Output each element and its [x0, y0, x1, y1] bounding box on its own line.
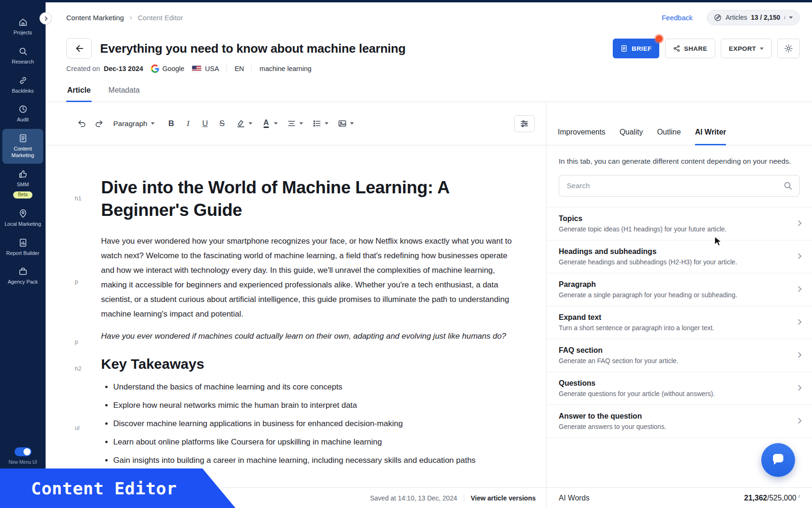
align-control[interactable] [284, 116, 303, 131]
sidebar-item-audit[interactable]: Audit [2, 100, 43, 128]
editor-toolbar: Paragraph B I U S A [46, 102, 546, 145]
article-paragraph-italic[interactable]: Have you ever wondered if machines could… [101, 329, 518, 343]
feedback-link[interactable]: Feedback [662, 14, 693, 22]
chat-widget-button[interactable] [761, 443, 795, 477]
articles-value: 13 / 2,150 [751, 14, 780, 21]
undo-button[interactable] [75, 116, 89, 131]
article-paragraph[interactable]: Have you ever wondered how your smartpho… [101, 234, 518, 321]
articles-icon [714, 14, 722, 22]
highlight-color-control[interactable] [234, 116, 252, 131]
tool-title: Answer to the question [559, 412, 786, 421]
article-bullet-list[interactable]: Understand the basics of machine learnin… [101, 382, 518, 466]
sidebar-item-label: Content Marketing [4, 146, 41, 159]
bold-button[interactable]: B [164, 116, 178, 131]
gear-icon [784, 44, 793, 53]
text-color-control[interactable]: A [259, 116, 278, 131]
sidebar-collapse-button[interactable] [39, 12, 52, 24]
search-input[interactable] [559, 175, 800, 197]
panel-tabs: Improvements Quality Outline AI Writer [547, 102, 812, 145]
ai-words-total: /525,000 [767, 494, 796, 502]
sidebar-item-backlinks[interactable]: Backlinks [2, 71, 43, 99]
underline-button[interactable]: U [198, 116, 212, 131]
chevron-down-icon [325, 122, 328, 125]
tool-answer-to-question[interactable]: Answer to the question Generate answers … [547, 405, 812, 438]
tab-ai-writer[interactable]: AI Writer [695, 128, 726, 145]
content-marketing-icon [18, 134, 28, 143]
tool-description: Generate questions for your article (wit… [559, 390, 786, 397]
brief-button[interactable]: BRIEF [613, 39, 659, 58]
share-button[interactable]: SHARE [665, 39, 715, 58]
article-meta: Created on Dec-13 2024 Google USA EN mac… [46, 59, 812, 73]
list-item[interactable]: Understand the basics of machine learnin… [113, 382, 518, 392]
articles-counter[interactable]: Articles 13 / 2,150 i [707, 10, 800, 25]
breadcrumb-separator: › [130, 13, 133, 22]
info-superscript: i [784, 15, 785, 20]
list-item[interactable]: Gain insights into building a career in … [113, 455, 518, 466]
redo-icon [94, 119, 103, 128]
tool-title: Headings and subheadings [559, 247, 786, 256]
content-editor-banner: Content Editor [0, 468, 235, 508]
tab-quality[interactable]: Quality [619, 128, 643, 145]
redo-button[interactable] [92, 116, 106, 131]
sidebar-item-report-builder[interactable]: Report Builder [2, 233, 43, 262]
new-menu-ui-label: New Menu UI [8, 460, 37, 465]
tab-improvements[interactable]: Improvements [558, 128, 605, 145]
italic-button[interactable]: I [181, 116, 195, 131]
chevron-right-icon [796, 253, 802, 259]
tool-expand-text[interactable]: Expand text Turn a short sentence or par… [547, 306, 812, 339]
editor-block-p: p Have you ever wondered how your smartp… [75, 234, 518, 329]
block-style-dropdown[interactable]: Paragraph [113, 119, 155, 128]
engine-label: Google [163, 65, 185, 72]
sidebar-item-content-marketing[interactable]: Content Marketing [2, 129, 43, 164]
sidebar-item-research[interactable]: Research [2, 42, 43, 70]
saved-status: Saved at 14:10, 13 Dec, 2024 [370, 494, 457, 502]
editor-content[interactable]: h1 Dive into the World of Machine Learni… [46, 145, 546, 487]
view-article-versions-link[interactable]: View article versions [471, 494, 536, 502]
sidebar-item-smm[interactable]: SMM Beta [2, 165, 43, 203]
toggle-knob [23, 448, 31, 455]
strikethrough-button[interactable]: S [215, 116, 229, 131]
chevron-down-icon [249, 122, 252, 125]
list-control[interactable] [310, 116, 328, 131]
chevron-down-icon [789, 16, 793, 19]
page-title: Everything you need to know about machin… [100, 41, 406, 56]
list-item[interactable]: Discover machine learning applications i… [113, 419, 518, 429]
panel-description: In this tab, you can generate different … [547, 145, 812, 167]
chevron-right-icon [796, 385, 802, 391]
breadcrumb-content-marketing[interactable]: Content Marketing [66, 14, 124, 22]
chevron-right-icon [796, 418, 802, 424]
export-button[interactable]: EXPORT [721, 39, 772, 58]
sidebar-item-projects[interactable]: Projects [2, 13, 43, 41]
chat-icon [770, 452, 786, 468]
chevron-down-icon [151, 122, 155, 125]
article-h2[interactable]: Key Takeaways [101, 355, 518, 373]
settings-button[interactable] [777, 39, 800, 58]
new-menu-ui-toggle[interactable] [15, 447, 31, 456]
back-button[interactable] [66, 38, 92, 59]
chevron-right-icon [796, 220, 802, 226]
chevron-down-icon [350, 122, 354, 125]
sidebar-item-local-marketing[interactable]: Local Marketing [2, 204, 43, 232]
tab-metadata[interactable]: Metadata [108, 82, 141, 102]
list-item[interactable]: Learn about online platforms like Course… [113, 437, 518, 447]
article-h1[interactable]: Dive into the World of Machine Learning:… [101, 176, 518, 222]
sidebar: Projects Research Backlinks Audit Conten… [0, 0, 46, 508]
tab-outline[interactable]: Outline [657, 128, 681, 145]
sidebar-item-agency-pack[interactable]: Agency Pack [2, 262, 43, 290]
articles-label: Articles [726, 14, 747, 21]
list-item[interactable]: Explore how neural networks mimic the hu… [113, 400, 518, 411]
brief-label: BRIEF [632, 45, 652, 52]
article-header: Everything you need to know about machin… [46, 32, 812, 59]
google-icon [151, 64, 159, 73]
tool-headings-subheadings[interactable]: Headings and subheadings Generate headin… [547, 240, 812, 273]
tool-title: Questions [559, 379, 786, 388]
tool-topics[interactable]: Topics Generate topic ideas (H1 headings… [547, 207, 812, 240]
block-style-label: Paragraph [113, 119, 147, 128]
tab-article[interactable]: Article [66, 82, 92, 102]
tool-faq-section[interactable]: FAQ section Generate an FAQ section for … [547, 339, 812, 372]
image-control[interactable] [335, 116, 354, 131]
ai-words-used: 21,362 [744, 494, 767, 502]
tool-paragraph[interactable]: Paragraph Generate a single paragraph fo… [547, 273, 812, 306]
editor-settings-button[interactable] [514, 115, 535, 132]
tool-questions[interactable]: Questions Generate questions for your ar… [547, 372, 812, 405]
